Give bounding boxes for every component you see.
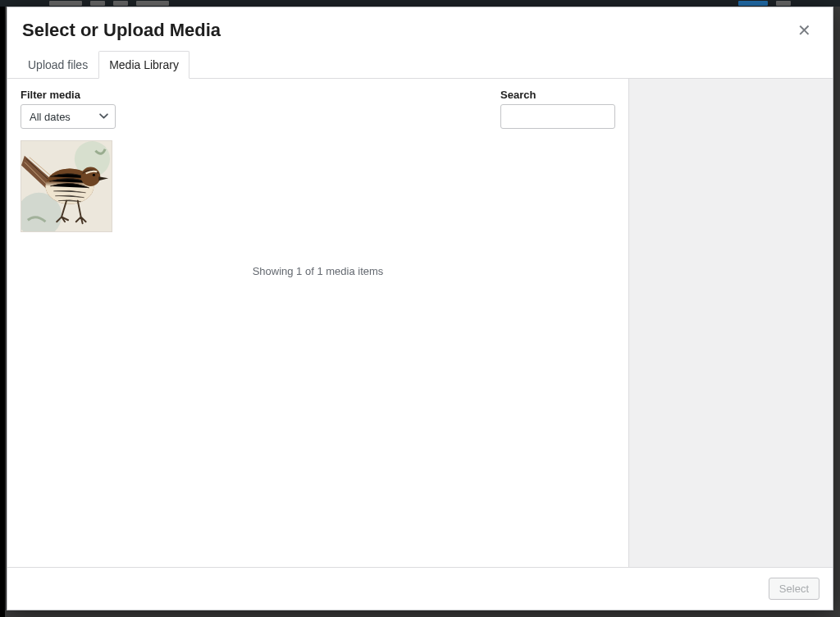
admin-sidebar — [0, 7, 5, 617]
modal-title: Select or Upload Media — [22, 20, 221, 41]
filter-date-select[interactable]: All dates — [21, 104, 116, 129]
media-thumbnail[interactable] — [21, 140, 112, 232]
media-browser: Filter media All dates Search — [7, 79, 629, 567]
tabs: Upload files Media Library — [7, 42, 833, 79]
results-status: Showing 1 of 1 media items — [21, 265, 615, 277]
tab-media-library[interactable]: Media Library — [98, 51, 189, 79]
svg-point-6 — [93, 174, 95, 176]
filter-label: Filter media — [21, 89, 116, 101]
search-input[interactable] — [500, 104, 615, 129]
close-icon[interactable]: ✕ — [791, 19, 818, 42]
select-button[interactable]: Select — [769, 578, 819, 600]
search-label: Search — [500, 89, 615, 101]
admin-topbar — [0, 0, 840, 7]
media-modal: Select or Upload Media ✕ Upload files Me… — [7, 7, 833, 610]
tab-upload-files[interactable]: Upload files — [17, 51, 98, 79]
attachment-details-panel — [629, 79, 833, 567]
